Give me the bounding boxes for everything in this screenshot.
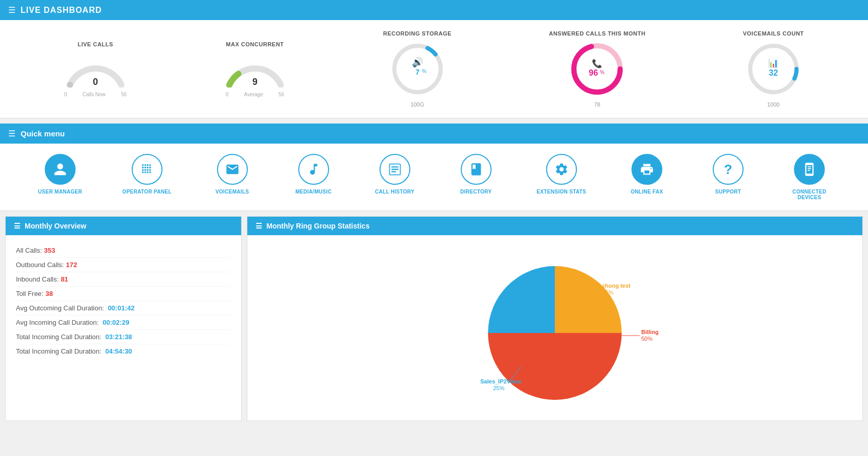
user-manager-label: USER MANAGER	[38, 189, 82, 195]
recording-storage-gauge: 🔊 7 %	[389, 41, 446, 97]
recording-storage-card: RECORDING STORAGE 🔊 7 % 100G	[383, 30, 451, 108]
menu-voicemails[interactable]: VOICEMAILS	[212, 154, 253, 195]
overview-label-tollfree: Toll Free:	[16, 290, 43, 297]
svg-rect-35	[807, 168, 811, 169]
overview-val-outbound: 172	[66, 261, 77, 269]
svg-point-23	[144, 169, 146, 171]
monthly-overview-header: ☰ Monthly Overview	[6, 217, 241, 235]
online-fax-icon	[631, 154, 662, 185]
svg-text:50%: 50%	[641, 336, 653, 342]
voicemails-count-label: VOICEMAILS COUNT	[743, 30, 804, 37]
ring-group-stats-header: ☰ Monthly Ring Group Statistics	[247, 217, 862, 235]
support-label: SUPPORT	[715, 189, 741, 195]
overview-row-total-incoming1: Total Incoming Call Duration: 03:21:38	[16, 330, 231, 344]
recording-storage-label: RECORDING STORAGE	[383, 30, 451, 37]
svg-rect-34	[807, 166, 811, 167]
svg-point-28	[147, 171, 149, 173]
overview-label-inbound: Inbound Calls:	[16, 275, 59, 283]
svg-text:96: 96	[589, 68, 598, 77]
overview-label-all-calls: All Calls:	[16, 247, 42, 254]
overview-label-avg-outcoming: Avg Outcoming Call Duration:	[16, 304, 104, 312]
overview-row-avg-incoming: Avg Incoming Call Duration: 00:02:29	[16, 315, 231, 330]
live-calls-value: 0	[93, 77, 98, 87]
monthly-overview-panel: ☰ Monthly Overview All Calls: 353 Outbou…	[5, 216, 242, 421]
overview-row-all-calls: All Calls: 353	[16, 243, 231, 258]
voicemails-label: VOICEMAILS	[215, 189, 249, 195]
svg-text:🔊: 🔊	[412, 57, 424, 68]
ring-group-stats-header-icon: ☰	[256, 222, 262, 230]
menu-extension-stats[interactable]: EXTENSION STATS	[537, 154, 586, 195]
overview-label-outbound: Outbound Calls:	[16, 261, 64, 269]
svg-text:zhong test: zhong test	[602, 283, 630, 289]
svg-point-21	[149, 167, 151, 169]
live-calls-gauge: 0	[65, 51, 126, 87]
overview-row-outbound: Outbound Calls: 172	[16, 258, 231, 272]
operator-panel-icon	[132, 154, 162, 185]
svg-rect-32	[391, 169, 399, 170]
svg-text:32: 32	[769, 68, 778, 77]
call-history-icon	[379, 154, 410, 185]
monthly-overview-header-icon: ☰	[14, 222, 21, 230]
overview-val-all-calls: 353	[44, 247, 56, 254]
max-concurrent-max: 56	[278, 92, 284, 97]
menu-directory[interactable]: DIRECTORY	[456, 154, 497, 195]
max-concurrent-min: 0	[226, 92, 229, 97]
svg-text:25%: 25%	[602, 289, 613, 295]
monthly-overview-title: Monthly Overview	[25, 222, 86, 230]
overview-val-inbound: 81	[61, 275, 68, 283]
quick-menu: USER MANAGER OPERATOR PANEL VOICEMAILS M…	[0, 144, 868, 211]
svg-text:%: %	[600, 69, 605, 75]
overview-label-avg-incoming: Avg Incoming Call Duration:	[16, 319, 99, 326]
directory-icon	[461, 154, 492, 185]
max-concurrent-value-label: 9	[252, 77, 258, 87]
bottom-panels: ☰ Monthly Overview All Calls: 353 Outbou…	[0, 211, 868, 426]
svg-point-29	[149, 171, 151, 173]
svg-point-19	[144, 167, 146, 169]
overview-row-inbound: Inbound Calls: 81	[16, 272, 231, 287]
media-music-icon	[298, 154, 329, 185]
svg-point-15	[144, 164, 146, 166]
voicemails-icon	[217, 154, 248, 185]
quick-menu-icon: ☰	[8, 129, 15, 138]
overview-val-tollfree: 38	[45, 290, 52, 297]
monthly-overview-body: All Calls: 353 Outbound Calls: 172 Inbou…	[6, 235, 241, 366]
svg-point-24	[147, 169, 149, 171]
menu-connected-devices[interactable]: CONNECTED DEVICES	[789, 154, 830, 200]
overview-label-total-incoming1: Total Incoming Call Duration:	[16, 333, 101, 341]
menu-media-music[interactable]: MEDIA/MUSIC	[293, 154, 334, 195]
max-concurrent-label: MAX CONCURRENT	[226, 41, 284, 47]
connected-devices-label: CONNECTED DEVICES	[792, 189, 826, 200]
svg-text:7: 7	[415, 68, 420, 76]
ring-group-stats-title: Monthly Ring Group Statistics	[266, 222, 370, 230]
support-icon: ?	[713, 154, 744, 185]
extension-stats-icon	[546, 154, 577, 185]
live-calls-min: 0	[64, 92, 67, 97]
svg-text:%: %	[422, 68, 426, 74]
live-calls-label: LIVE CALLS	[78, 41, 113, 47]
pie-chart-container: zhong test 25% Billing 50% Sales_IP2Voic…	[247, 235, 862, 420]
menu-online-fax[interactable]: ONLINE FAX	[626, 154, 667, 195]
svg-rect-36	[807, 170, 810, 171]
menu-user-manager[interactable]: USER MANAGER	[38, 154, 82, 195]
svg-point-25	[149, 169, 151, 171]
svg-point-14	[142, 164, 144, 166]
voicemails-count-sub: 1000	[767, 101, 780, 108]
call-history-label: CALL HISTORY	[375, 189, 414, 195]
menu-support[interactable]: ? SUPPORT	[708, 154, 749, 195]
overview-val-total-incoming1: 03:21:38	[103, 333, 132, 341]
connected-devices-icon	[794, 154, 825, 185]
menu-icon[interactable]: ☰	[8, 5, 15, 15]
media-music-label: MEDIA/MUSIC	[295, 189, 332, 195]
live-calls-mid: Calls Now	[82, 92, 105, 97]
menu-operator-panel[interactable]: OPERATOR PANEL	[122, 154, 172, 195]
menu-call-history[interactable]: CALL HISTORY	[374, 154, 415, 195]
answered-calls-label: ANSWERED CALLS THIS MONTH	[549, 30, 645, 37]
directory-label: DIRECTORY	[460, 189, 492, 195]
pie-chart: zhong test 25% Billing 50% Sales_IP2Voic…	[442, 245, 668, 410]
overview-val-total-incoming2: 04:54:30	[103, 347, 132, 355]
answered-calls-gauge: 📞 96 %	[569, 41, 625, 97]
svg-rect-33	[391, 171, 396, 172]
svg-text:📊: 📊	[768, 58, 779, 68]
recording-storage-sub: 100G	[410, 101, 424, 108]
svg-point-20	[147, 167, 149, 169]
